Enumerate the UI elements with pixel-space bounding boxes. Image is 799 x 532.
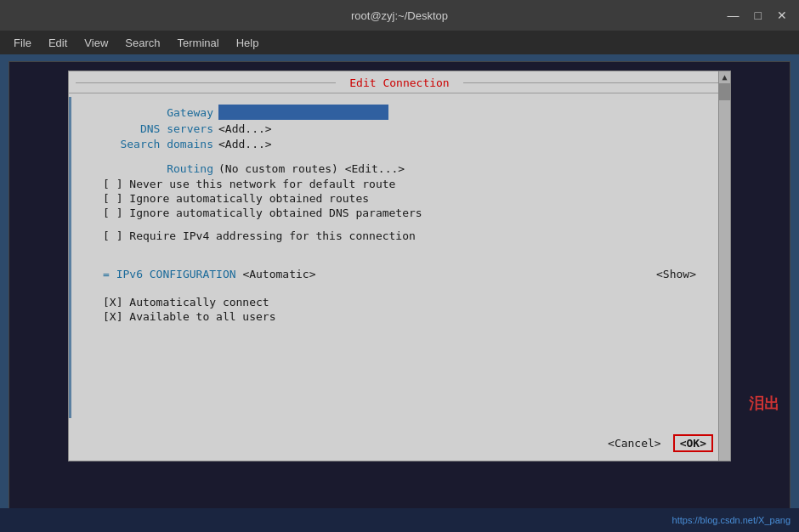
checkbox-all-users[interactable]: [X] Available to all users (103, 310, 713, 323)
menu-edit[interactable]: Edit (42, 35, 74, 51)
close-button[interactable]: ✕ (772, 7, 792, 24)
gateway-label: Gateway (103, 106, 213, 119)
menu-file[interactable]: File (7, 35, 38, 51)
menu-terminal[interactable]: Terminal (171, 35, 226, 51)
bottom-bar: https://blog.csdn.net/X_pang (0, 508, 799, 532)
search-domains-value[interactable]: <Add...> (218, 138, 272, 150)
gateway-input[interactable] (218, 105, 388, 120)
dns-row: DNS servers <Add...> (103, 122, 713, 135)
ipv6-label: = IPv6 CONFIGURATION (103, 268, 236, 280)
cancel-button[interactable]: <Cancel> (603, 435, 666, 451)
search-domains-row: Search domains <Add...> (103, 138, 713, 150)
checkbox-require-ipv4[interactable]: [ ] Require IPv4 addressing for this con… (103, 229, 713, 242)
ok-button[interactable]: <OK> (673, 434, 713, 452)
menu-help[interactable]: Help (230, 35, 266, 51)
gateway-row: Gateway (103, 105, 713, 120)
scrollbar[interactable]: ▲ (718, 71, 730, 461)
checkbox-auto-connect[interactable]: [X] Automatically connect (103, 296, 713, 308)
dialog-title: Edit Connection (69, 71, 730, 93)
checkbox-ignore-dns[interactable]: [ ] Ignore automatically obtained DNS pa… (103, 207, 713, 219)
menu-bar: File Edit View Search Terminal Help (0, 31, 799, 54)
dialog-content: Gateway DNS servers <Add...> Search doma… (69, 93, 730, 333)
routing-row: Routing (No custom routes) <Edit...> (103, 162, 713, 175)
menu-view[interactable]: View (77, 35, 115, 51)
edit-connection-dialog: Edit Connection Gateway DNS servers <Add… (68, 71, 731, 461)
checkbox-ignore-routes[interactable]: [ ] Ignore automatically obtained routes (103, 192, 713, 205)
search-domains-label: Search domains (103, 138, 213, 150)
ipv6-row: = IPv6 CONFIGURATION <Automatic> <Show> (103, 268, 713, 280)
routing-value[interactable]: (No custom routes) <Edit...> (218, 162, 405, 175)
dns-value[interactable]: <Add...> (218, 122, 272, 135)
dns-label: DNS servers (103, 122, 213, 135)
title-bar: root@zyj:~/Desktop — □ ✕ (0, 0, 799, 31)
window-controls: — □ ✕ (722, 7, 792, 24)
ipv6-value[interactable]: <Automatic> (242, 268, 315, 280)
bottom-url: https://blog.csdn.net/X_pang (672, 515, 790, 525)
maximize-button[interactable]: □ (750, 7, 767, 24)
ipv6-show-btn[interactable]: <Show> (656, 268, 696, 280)
window-title: root@zyj:~/Desktop (351, 9, 448, 22)
dialog-footer: <Cancel> <OK> (603, 434, 713, 452)
routing-label: Routing (103, 162, 213, 175)
ipv6-config: = IPv6 CONFIGURATION <Automatic> (103, 268, 315, 280)
checkbox-default-route[interactable]: [ ] Never use this network for default r… (103, 178, 713, 190)
scrollbar-thumb[interactable] (719, 83, 730, 100)
menu-search[interactable]: Search (118, 35, 167, 51)
watermark: 泪出 (749, 393, 779, 414)
scroll-up-arrow[interactable]: ▲ (719, 71, 730, 83)
minimize-button[interactable]: — (722, 7, 745, 24)
